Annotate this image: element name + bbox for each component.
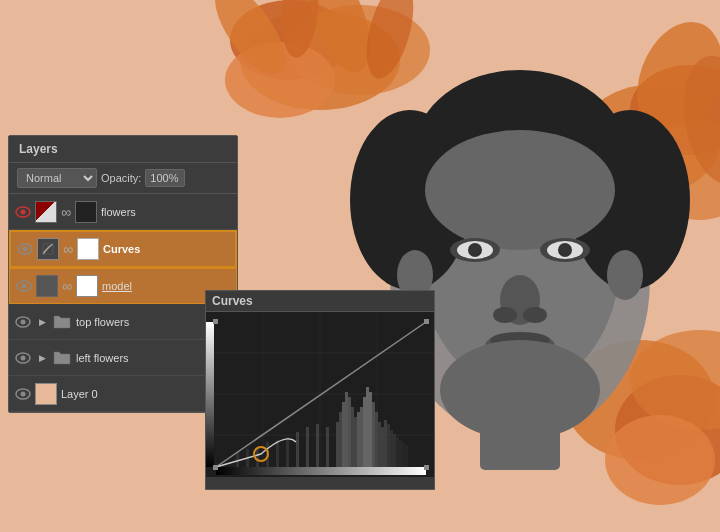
svg-rect-66 (354, 417, 357, 467)
folder-arrow-top-flowers: ▶ (39, 317, 46, 327)
svg-point-17 (605, 415, 715, 505)
curves-panel-title: Curves (212, 294, 253, 308)
svg-rect-75 (381, 427, 384, 467)
svg-rect-78 (390, 430, 393, 467)
svg-point-52 (21, 391, 26, 396)
svg-rect-67 (357, 412, 360, 467)
curves-icon-svg (41, 242, 55, 256)
svg-rect-74 (378, 422, 381, 467)
opacity-input[interactable] (145, 169, 185, 187)
svg-rect-88 (276, 440, 279, 467)
svg-point-28 (468, 243, 482, 257)
opacity-label: Opacity: (101, 172, 141, 184)
layer-link-model: ∞ (62, 278, 72, 294)
svg-point-23 (425, 130, 615, 250)
layer-mask-model (76, 275, 98, 297)
svg-rect-36 (480, 400, 560, 470)
layer-thumbnail-layer0 (35, 383, 57, 405)
folder-icon-left-flowers (52, 349, 72, 367)
svg-rect-65 (351, 407, 354, 467)
layers-panel-header: Layers (9, 136, 237, 163)
svg-rect-84 (236, 452, 239, 467)
layer-link-flowers: ∞ (61, 204, 71, 220)
svg-point-48 (21, 319, 26, 324)
svg-rect-81 (399, 440, 402, 467)
eye-icon-curves (17, 243, 33, 255)
svg-point-38 (607, 250, 643, 300)
visibility-eye-top-flowers[interactable] (15, 314, 31, 330)
svg-point-46 (22, 284, 27, 289)
curves-graph-svg (206, 312, 434, 477)
eye-icon-left-flowers (15, 352, 31, 364)
layer-row-top-flowers[interactable]: ▶ top flowers (9, 304, 237, 340)
svg-rect-98 (213, 465, 218, 470)
layer-thumbnail-model (36, 275, 58, 297)
svg-rect-64 (348, 397, 351, 467)
svg-rect-93 (326, 427, 329, 467)
svg-rect-96 (216, 467, 426, 475)
eye-icon-top-flowers (15, 316, 31, 328)
svg-rect-71 (369, 392, 372, 467)
layer-row-model[interactable]: ∞ model (9, 268, 237, 304)
layer-link-curves: ∞ (63, 241, 73, 257)
svg-rect-99 (424, 465, 429, 470)
layers-panel-title: Layers (19, 142, 58, 156)
svg-rect-61 (339, 412, 342, 467)
svg-rect-92 (316, 424, 319, 467)
svg-rect-100 (213, 319, 218, 324)
curves-panel-header: Curves (206, 291, 434, 312)
svg-rect-69 (363, 397, 366, 467)
svg-rect-91 (306, 427, 309, 467)
svg-rect-76 (384, 420, 387, 467)
layers-panel: Layers Normal Multiply Screen Opacity: ∞… (8, 135, 238, 413)
visibility-eye-flowers[interactable] (15, 204, 31, 220)
svg-rect-62 (342, 402, 345, 467)
svg-point-29 (558, 243, 572, 257)
svg-rect-60 (336, 422, 339, 467)
svg-rect-89 (286, 437, 289, 467)
curves-adj-icon (37, 238, 59, 260)
blend-mode-row: Normal Multiply Screen Opacity: (9, 163, 237, 194)
curves-panel: Curves (205, 290, 435, 490)
svg-rect-97 (206, 322, 214, 467)
layer-mask-flowers (75, 201, 97, 223)
svg-rect-83 (405, 445, 408, 467)
svg-point-41 (21, 209, 26, 214)
layer-row-flowers[interactable]: ∞ flowers (9, 194, 237, 230)
layer-name-curves: Curves (103, 243, 229, 255)
layer-row-curves[interactable]: ∞ Curves (9, 230, 237, 268)
folder-icon-top-flowers (52, 313, 72, 331)
visibility-eye-layer0[interactable] (15, 386, 31, 402)
svg-rect-63 (345, 392, 348, 467)
svg-rect-68 (360, 407, 363, 467)
svg-rect-90 (296, 432, 299, 467)
visibility-eye-model[interactable] (16, 278, 32, 294)
layer-row-layer0[interactable]: Layer 0 (9, 376, 237, 412)
eye-icon-flowers (15, 206, 31, 218)
folder-arrow-left-flowers: ▶ (39, 353, 46, 363)
eye-icon-layer0 (15, 388, 31, 400)
layer-row-left-flowers[interactable]: ▶ left flowers (9, 340, 237, 376)
layer-thumbnail-flowers (35, 201, 57, 223)
layer-name-flowers: flowers (101, 206, 231, 218)
layers-list: ∞ flowers ∞ Curves (9, 194, 237, 412)
layer-mask-curves (77, 238, 99, 260)
svg-rect-79 (393, 434, 396, 467)
visibility-eye-curves[interactable] (17, 241, 33, 257)
svg-rect-77 (387, 424, 390, 467)
svg-point-31 (493, 307, 517, 323)
svg-rect-72 (372, 402, 375, 467)
visibility-eye-left-flowers[interactable] (15, 350, 31, 366)
svg-rect-80 (396, 437, 399, 467)
curves-graph[interactable] (206, 312, 434, 477)
blend-mode-select[interactable]: Normal Multiply Screen (17, 168, 97, 188)
svg-rect-70 (366, 387, 369, 467)
svg-point-50 (21, 355, 26, 360)
svg-point-43 (23, 247, 28, 252)
eye-icon-model (16, 280, 32, 292)
svg-rect-82 (402, 442, 405, 467)
svg-rect-101 (424, 319, 429, 324)
svg-point-32 (523, 307, 547, 323)
svg-rect-73 (375, 412, 378, 467)
